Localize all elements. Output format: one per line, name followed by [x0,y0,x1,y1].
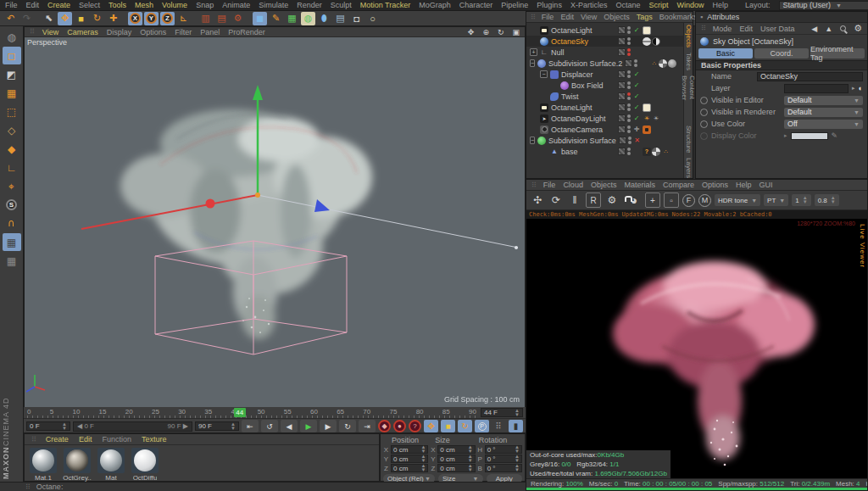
visibility-dots[interactable] [628,137,632,144]
value1-stepper[interactable]: 1▲▼ [792,194,810,206]
material-item[interactable]: OctGrey.. [62,448,92,482]
stepper-arrows-icon[interactable]: ▲▼ [515,409,520,417]
render-canvas[interactable]: 1280*720 ZOOM:%80 Live Viewer Out-of-cor… [526,219,867,478]
sun-tag-icon[interactable]: ☀ [643,114,651,123]
crosshair-icon[interactable]: ✛ [632,126,641,133]
keyframe-bar-button[interactable]: ▮ [509,420,523,432]
render-view-button[interactable]: ▥ [198,12,213,25]
lv-menu-compare[interactable]: Compare [663,181,694,189]
position-x-field[interactable]: 0 cm▲▼ [391,445,428,454]
key-scale-button[interactable]: ■ [441,420,455,432]
lv-menu-help[interactable]: Help [736,181,752,189]
visible-in-renderer-dropdown[interactable]: Default▼ [784,108,863,117]
undo-button[interactable]: ↶ [3,12,18,25]
menu-character[interactable]: Character [459,1,493,9]
viewport-menu-options[interactable]: Options [140,28,166,36]
add-deformer-button[interactable]: ◍ [301,12,315,25]
menu-plugins[interactable]: Plugins [537,1,562,9]
autokey-button[interactable]: ● [393,420,406,432]
next-frame-button[interactable]: ▶ [320,420,337,432]
model-mode-button[interactable]: ◻ [3,47,21,64]
viewport-menu-filter[interactable]: Filter [175,28,192,36]
add-spline-button[interactable]: ✎ [269,12,283,25]
displacement-tag-icon[interactable] [668,59,676,68]
rotation-b-field[interactable]: 0 °▲▼ [485,464,522,472]
keyframe-selection-button[interactable]: ? [409,420,421,432]
environment-tag-icon[interactable] [652,37,660,46]
kernel-dropdown[interactable]: PT▼ [764,194,788,206]
visibility-dots[interactable] [627,26,631,34]
menu-animate[interactable]: Animate [222,1,250,9]
attr-menu-edit[interactable]: Edit [739,25,753,33]
panel-grip-icon[interactable]: ⠿ [531,181,536,189]
tab-environment-tag[interactable]: Environment Tag [810,48,865,59]
lock-z-axis-button[interactable]: Z [160,12,175,25]
visibility-dots[interactable] [627,92,631,100]
focus-picker-button[interactable]: F [682,194,695,207]
timeline-playhead[interactable]: 44 [234,408,246,417]
add-floor-button[interactable]: ▤ [333,12,348,25]
points-mode-button[interactable]: ⬚ [3,103,21,120]
workplane-lock-button[interactable]: ▦ [3,233,21,251]
refresh-icon[interactable]: ⟳ [548,192,564,208]
workplane-auto-button[interactable]: ▦ [3,252,21,270]
size-z-field[interactable]: 0 cm▲▼ [437,464,475,472]
search-icon[interactable] [840,25,846,31]
range-end-field[interactable]: 90 F▲▼ [195,421,239,431]
layer-chip-icon[interactable] [618,37,626,45]
menu-x-particles[interactable]: X-Particles [570,1,608,9]
keying-settings-button[interactable]: ⠿ [492,420,506,432]
menu-sculpt[interactable]: Sculpt [331,1,352,9]
render-region-icon[interactable]: ✣ [530,192,545,208]
viewport-menu-view[interactable]: View [42,28,58,36]
layer-field[interactable] [784,84,849,93]
lv-menu-file[interactable]: File [543,181,556,189]
light-tag-icon[interactable] [643,103,651,112]
preview-range-slider[interactable]: ◀ 0 F 90 F ▶ [73,421,192,432]
menu-snap[interactable]: Snap [196,1,214,9]
enabled-check-icon[interactable]: ✓ [632,70,641,78]
sun-expression-tag-icon[interactable]: ☀ [652,114,660,123]
play-backwards-button[interactable]: ↺ [261,420,278,432]
viewport-maximize-icon[interactable]: ▣ [512,28,520,36]
tab-coord[interactable]: Coord. [754,48,809,59]
panel-grip-icon[interactable]: ⠿ [30,28,34,36]
key-parameter-button[interactable]: P [475,420,489,432]
om-menu-objects[interactable]: Objects [604,13,630,21]
polygons-mode-button[interactable]: ◆ [3,140,21,158]
tree-item-null[interactable]: +∟ Null [526,47,683,58]
previous-frame-button[interactable]: ◀ [281,420,298,432]
record-keyframe-button[interactable]: ◆ [378,420,391,432]
visibility-dots[interactable] [627,103,631,111]
visibility-dots[interactable] [627,70,631,78]
name-field[interactable] [757,72,863,81]
camera-tag-icon[interactable] [643,126,651,134]
history-back-icon[interactable]: ◀ [811,25,817,33]
viewport-pan-icon[interactable]: ✥ [468,28,475,36]
position-z-field[interactable]: 0 cm▲▼ [391,464,428,472]
material-item[interactable]: Mat.1 [28,448,58,482]
layer-chip-icon[interactable] [618,81,626,89]
menu-script[interactable]: Script [648,1,668,9]
magnet-snap-button[interactable]: ∪ [3,215,21,232]
tree-item-octanelight-2[interactable]: OctaneLight ✓ [526,102,683,113]
tab-layers[interactable]: Layers [685,158,693,178]
tree-item-subdivision-surface-2[interactable]: − Subdivision Surface.2 ∴ [526,58,683,69]
lv-menu-options[interactable]: Options [702,181,728,189]
snap-button[interactable]: S [3,196,21,214]
vertex-map-tag-icon[interactable]: ∴ [661,148,670,156]
layer-chip-icon[interactable] [618,48,626,56]
add-generator-button[interactable]: ▦ [285,12,299,25]
attr-menu-user-data[interactable]: User Data [760,25,795,33]
layer-chip-icon[interactable] [618,114,626,122]
edges-mode-button[interactable]: ◇ [3,121,21,139]
menu-octane[interactable]: Octane [615,1,640,9]
menu-tools[interactable]: Tools [108,1,126,9]
lock-x-axis-button[interactable]: X [128,12,142,25]
lv-menu-materials[interactable]: Materials [624,181,655,189]
menu-select[interactable]: Select [79,1,100,9]
material-menu-function[interactable]: Function [102,435,131,444]
phong-tag-icon[interactable] [652,148,660,156]
menu-help[interactable]: Help [712,1,728,9]
texture-mode-button[interactable]: ◩ [3,65,21,83]
